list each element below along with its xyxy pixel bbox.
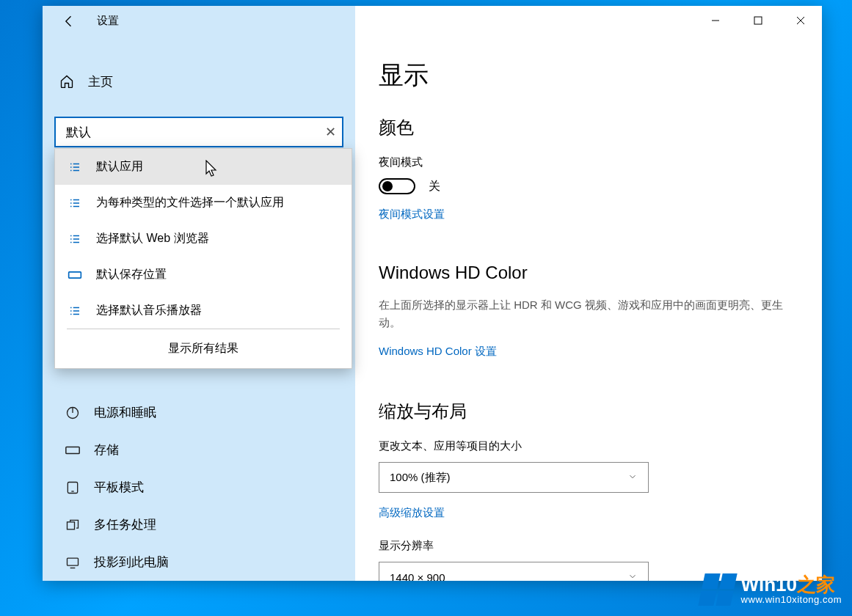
watermark-text: Win10之家 www.win10xitong.com bbox=[741, 574, 842, 606]
svg-rect-2 bbox=[66, 447, 79, 453]
titlebar-left: 设置 bbox=[43, 6, 355, 36]
clear-search-icon[interactable]: ✕ bbox=[325, 124, 336, 140]
suggestion-label: 选择默认 Web 浏览器 bbox=[96, 231, 209, 246]
watermark-url: www.win10xitong.com bbox=[741, 595, 842, 605]
suggestion-filetype-defaults[interactable]: 为每种类型的文件选择一个默认应用 bbox=[55, 185, 352, 221]
sidebar-item-label: 电源和睡眠 bbox=[94, 404, 156, 421]
watermark-brand: Win10 bbox=[741, 573, 797, 595]
suggestion-default-music-player[interactable]: 选择默认音乐播放器 bbox=[55, 293, 352, 329]
suggestion-default-apps[interactable]: 默认应用 bbox=[55, 149, 352, 185]
watermark-brand-zh: 之家 bbox=[797, 573, 835, 595]
search-wrap: ✕ bbox=[54, 117, 343, 147]
night-mode-settings-link[interactable]: 夜间模式设置 bbox=[379, 208, 445, 221]
svg-rect-6 bbox=[754, 17, 762, 24]
scale-value: 100% (推荐) bbox=[390, 471, 451, 485]
multitask-icon bbox=[65, 518, 81, 532]
close-button[interactable] bbox=[779, 6, 822, 35]
svg-rect-5 bbox=[68, 558, 79, 565]
suggestion-label: 为每种类型的文件选择一个默认应用 bbox=[96, 195, 284, 210]
night-mode-state: 关 bbox=[429, 179, 440, 194]
scale-dropdown[interactable]: 100% (推荐) bbox=[379, 462, 649, 493]
sidebar-item-label: 投影到此电脑 bbox=[94, 554, 169, 571]
home-label: 主页 bbox=[88, 73, 113, 90]
night-mode-toggle-row: 关 bbox=[379, 178, 795, 194]
sidebar-list: 电源和睡眠 存储 平板模式 多任务处理 bbox=[43, 394, 355, 581]
svg-rect-4 bbox=[68, 521, 75, 529]
search-input[interactable] bbox=[54, 117, 343, 147]
sidebar-item-projecting[interactable]: 投影到此电脑 bbox=[43, 543, 355, 581]
sidebar-item-storage[interactable]: 存储 bbox=[43, 431, 355, 469]
search-suggestions: 默认应用 为每种类型的文件选择一个默认应用 选择默认 Web 浏览器 默认保存位… bbox=[54, 148, 352, 369]
night-mode-toggle[interactable] bbox=[379, 178, 415, 194]
list-icon bbox=[67, 304, 83, 318]
sidebar-item-tablet[interactable]: 平板模式 bbox=[43, 469, 355, 506]
advanced-scale-link[interactable]: 高级缩放设置 bbox=[379, 506, 445, 520]
suggestion-label: 选择默认音乐播放器 bbox=[96, 303, 202, 318]
page-title: 显示 bbox=[379, 59, 795, 92]
home-nav[interactable]: 主页 bbox=[43, 68, 355, 95]
tablet-icon bbox=[65, 480, 81, 495]
left-pane: 设置 主页 ✕ 默认应用 为每种类型的文件选择一个 bbox=[43, 6, 355, 581]
back-button[interactable] bbox=[59, 11, 79, 32]
maximize-button[interactable] bbox=[737, 6, 779, 35]
window-title: 设置 bbox=[97, 14, 119, 28]
section-color: 颜色 bbox=[379, 116, 795, 139]
change-size-label: 更改文本、应用等项目的大小 bbox=[379, 439, 795, 453]
sidebar-item-label: 平板模式 bbox=[94, 479, 144, 496]
suggestion-default-browser[interactable]: 选择默认 Web 浏览器 bbox=[55, 221, 352, 257]
sidebar-item-label: 多任务处理 bbox=[94, 516, 156, 533]
storage-icon bbox=[67, 270, 83, 280]
night-mode-label: 夜间模式 bbox=[379, 155, 795, 169]
show-all-results[interactable]: 显示所有结果 bbox=[55, 329, 352, 368]
suggestion-label: 默认保存位置 bbox=[96, 267, 167, 282]
sidebar-item-multitask[interactable]: 多任务处理 bbox=[43, 506, 355, 543]
sidebar-item-label: 存储 bbox=[94, 441, 119, 458]
right-pane: 显示 颜色 夜间模式 关 夜间模式设置 Windows HD Color 在上面… bbox=[355, 6, 822, 581]
hdcolor-desc: 在上面所选择的显示器上让 HDR 和 WCG 视频、游戏和应用中的画面更明亮、更… bbox=[379, 296, 790, 331]
resolution-label: 显示分辨率 bbox=[379, 539, 795, 553]
windows-logo-icon bbox=[698, 573, 737, 606]
section-scale: 缩放与布局 bbox=[379, 400, 795, 423]
suggestion-default-save-location[interactable]: 默认保存位置 bbox=[55, 257, 352, 293]
resolution-dropdown[interactable]: 1440 × 900 bbox=[379, 562, 649, 581]
watermark: Win10之家 www.win10xitong.com bbox=[702, 573, 842, 606]
list-icon bbox=[67, 232, 83, 246]
storage-icon bbox=[65, 445, 81, 455]
list-icon bbox=[67, 197, 83, 210]
svg-rect-0 bbox=[69, 271, 81, 277]
power-icon bbox=[65, 406, 81, 420]
project-icon bbox=[65, 555, 81, 570]
list-icon bbox=[67, 161, 83, 174]
chevron-down-icon bbox=[627, 571, 638, 582]
resolution-value: 1440 × 900 bbox=[390, 571, 445, 582]
home-icon bbox=[59, 74, 75, 89]
minimize-button[interactable] bbox=[694, 6, 737, 35]
section-hdcolor: Windows HD Color bbox=[379, 263, 795, 283]
hdcolor-settings-link[interactable]: Windows HD Color 设置 bbox=[379, 345, 497, 359]
suggestion-label: 默认应用 bbox=[96, 159, 143, 175]
window-controls bbox=[694, 6, 822, 35]
settings-window: 设置 主页 ✕ 默认应用 为每种类型的文件选择一个 bbox=[43, 6, 822, 581]
chevron-down-icon bbox=[627, 472, 638, 484]
sidebar-item-power[interactable]: 电源和睡眠 bbox=[43, 394, 355, 431]
